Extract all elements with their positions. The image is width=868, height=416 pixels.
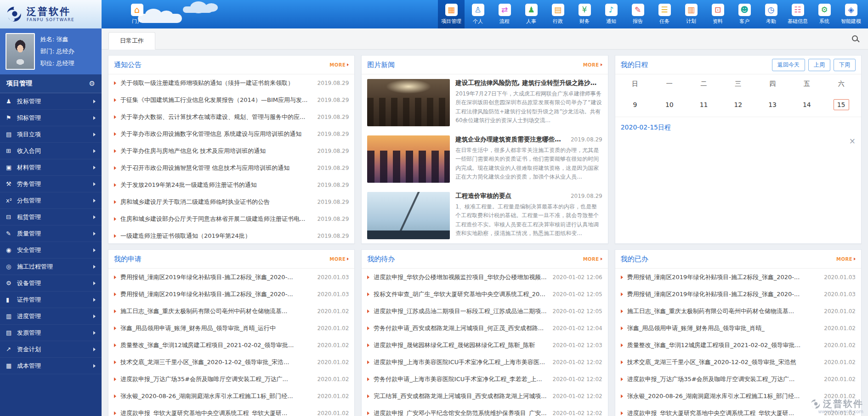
application-row[interactable]: 张永银_2020-08-26_湖南洞庭湖水库引水工程施工1标_部门经... 20… xyxy=(108,388,354,405)
notice-row[interactable]: 一级建造师注册证书领取通知（2019年第24批） 2019.08.29 xyxy=(108,227,354,244)
next-week-button[interactable]: 下周 xyxy=(834,59,856,71)
done-row[interactable]: 费用报销_潼南区2019年绿化补贴项目-施工2标段_张鑫_2020-... 20… xyxy=(615,286,861,303)
sidebar-menu-item[interactable]: ▥ 进度管理 xyxy=(0,308,102,325)
top-nav-item[interactable]: ☰ 任务 xyxy=(651,0,678,28)
top-nav-item[interactable]: ▤ 行政 xyxy=(545,0,571,28)
tab-daily-work[interactable]: 日常工作 xyxy=(108,32,155,50)
application-row[interactable]: 进度款申报_万达广场35#会所及咖啡厅空调安装工程_万达广... 2020.01… xyxy=(108,371,354,388)
sidebar-menu-item[interactable]: ◎ 施工过程管理 xyxy=(0,259,102,275)
top-nav-item[interactable]: ✎ 报告 xyxy=(624,0,651,28)
brand-name: 泛普软件 xyxy=(27,6,74,17)
top-nav-item[interactable]: ♙ 个人 xyxy=(465,0,491,28)
top-nav-item[interactable]: ¥ 财务 xyxy=(571,0,598,28)
top-nav-item[interactable]: ♪ 通知 xyxy=(598,0,624,28)
sidebar-menu-item[interactable]: ↗ 资金计划 xyxy=(0,341,102,358)
top-nav-item[interactable]: ◷ 考勤 xyxy=(758,0,784,28)
previous-week-button[interactable]: 上周 xyxy=(808,59,830,71)
sidebar-menu-item[interactable]: ⊟ 租赁管理 xyxy=(0,209,102,225)
notice-row[interactable]: 关于举办市政公用设施数字化管理信息 系统建设与应用培训班的通知 2019.08.… xyxy=(108,125,354,142)
top-nav-item[interactable]: ☷ 基础信息 xyxy=(784,0,811,28)
done-row[interactable]: 费用报销_潼南区2019年绿化补贴项目-施工2标段_张鑫_2020-... 20… xyxy=(615,269,861,286)
todo-row[interactable]: 进度款申报_广安邓小平纪念馆安全防范系统维护保养项目_广安... 2020-01… xyxy=(362,405,607,416)
application-row[interactable]: 进度款申报_华软大厦研究基地中央空调系统工程_华软大厦研... 2020.01.… xyxy=(108,405,354,416)
notice-row[interactable]: 关于领取一级注册建造师增项贴的通知（须持一建证书前来领取） 2019.08.29 xyxy=(108,74,354,91)
date-cell[interactable]: 12 xyxy=(721,95,755,115)
date-cell[interactable]: 10 xyxy=(652,95,686,115)
todo-row[interactable]: 劳务付款申请_西安成都路龙湖上河城项目_何正茂_西安成都路... 2020-01… xyxy=(362,320,607,337)
date-cell[interactable]: 13 xyxy=(755,95,790,115)
done-row[interactable]: 质量整改_张鑫_华润12城房建工程项目_2021-02-02_领导审批... 2… xyxy=(615,337,861,354)
gear-icon[interactable]: ⚙ xyxy=(89,79,95,88)
todo-row[interactable]: 投标文件审查_胡广生_华软大厦研究基地中央空调系统工程_20... 2020-0… xyxy=(362,286,607,303)
todo-row[interactable]: 进度款申报_华软办公楼增加视频监控项目_华软办公楼增加视频... 2020-01… xyxy=(362,269,607,286)
top-nav-item[interactable]: ♟ 人事 xyxy=(518,0,545,28)
sidebar-menu-item[interactable]: ⚙ 设备管理 xyxy=(0,275,102,292)
sidebar-menu-item[interactable]: ▮ 证件管理 xyxy=(0,292,102,308)
top-nav-item[interactable]: ◈ 智能建模 xyxy=(838,0,864,28)
sidebar-menu-item[interactable]: ▣ 材料管理 xyxy=(0,159,102,176)
todo-row[interactable]: 完工结算_西安成都路龙湖上河城项目_西安成都路龙湖上河城项... 2020-01… xyxy=(362,388,607,405)
sidebar-menu-item[interactable]: ◉ 安全管理 xyxy=(0,242,102,259)
done-text: 质量整改_张鑫_华润12城房建工程项目_2021-02-02_领导审批... xyxy=(627,341,820,349)
sidebar-menu-item[interactable]: ⚑ 招标管理 xyxy=(0,110,102,126)
done-row[interactable]: 施工日志_张鑫_重庆太极制药有限公司亳州中药材仓储物流基... 2020.01.… xyxy=(615,303,861,320)
sidebar-menu-item[interactable]: ▦ 成本管理 xyxy=(0,358,102,374)
news-item[interactable]: 建设工程法律风险防范, 建筑行业转型升级之路沙龙活动 2019年7月27日下午，… xyxy=(362,74,607,131)
done-row[interactable]: 进度款申报_万达广场35#会所及咖啡厅空调安装工程_万达广... 2020.01… xyxy=(615,371,861,388)
notice-row[interactable]: 关于发放2019年第24批一级建造师注册证书的通知 2019.08.29 xyxy=(108,176,354,193)
done-row[interactable]: 张鑫_用品领用申请_账簿_财务用品_领导审批_肖晴_ 2020.01.02 xyxy=(615,320,861,337)
notice-row[interactable]: 住房和城乡建设部办公厅关于同意吉林省开展二级建造师注册证书电... 2019.0… xyxy=(108,210,354,227)
notice-row[interactable]: 关于举办大数据、云计算技术在城市建设、规划、管理与服务中的应... 2019.0… xyxy=(108,108,354,125)
top-nav-item[interactable]: ⇄ 流程 xyxy=(491,0,518,28)
todo-row[interactable]: 进度款申报_江苏成品油二期项目一标段工程_江苏成品油二期项... 2020-01… xyxy=(362,303,607,320)
application-row[interactable]: 费用报销_潼南区2019年绿化补贴项目-施工2标段_张鑫_2020-... 20… xyxy=(108,286,354,303)
top-nav-item[interactable]: ⊡ 资料 xyxy=(704,0,731,28)
todo-row[interactable]: 进度款申报_晟铭园林绿化工程_晟铭园林绿化工程_陈靳_陈靳 2020-01-02… xyxy=(362,337,607,354)
application-row[interactable]: 施工日志_张鑫_重庆太极制药有限公司亳州中药材仓储物流基... 2020.01.… xyxy=(108,303,354,320)
todos-more-button[interactable]: MORE xyxy=(583,257,602,262)
notice-row[interactable]: 房和城乡建设厅关于取消二级建造师临时执业证书的公告 2019.08.29 xyxy=(108,193,354,210)
done-row[interactable]: 进度款申报_华软大厦研究基地中央空调系统工程_华软大厦研... 2020.01.… xyxy=(615,405,861,416)
sidebar-menu-item[interactable]: ⚒ 劳务管理 xyxy=(0,176,102,192)
done-row[interactable]: 张永银_2020-08-26_湖南洞庭湖水库引水工程施工1标_部门经... 20… xyxy=(615,388,861,405)
done-more-button[interactable]: MORE xyxy=(836,257,856,262)
search-icon[interactable] xyxy=(852,35,858,41)
done-row[interactable]: 技术交底_龙湖三千里小区_张鑫_2020-12-02_领导审批_宋浩然 2020… xyxy=(615,354,861,371)
todo-row[interactable]: 劳务付款申请_上海市美容医院ICU手术室净化工程_李若若_上... 2020-0… xyxy=(362,371,607,388)
back-to-today-button[interactable]: 返回今天 xyxy=(772,59,805,71)
bullet-arrow-icon xyxy=(114,183,116,187)
chevron-right-icon xyxy=(93,116,96,120)
news-item[interactable]: 建筑企业办理建筑资质需要注意哪些细节 2019.08.29 在日常生活中，很多人… xyxy=(362,131,607,187)
top-nav-item[interactable]: ⚙ 系统 xyxy=(811,0,838,28)
top-nav-item[interactable]: ▦ 项目管理 xyxy=(438,0,465,28)
date-cell[interactable]: 11 xyxy=(686,95,721,115)
application-row[interactable]: 费用报销_潼南区2019年绿化补贴项目-施工2标段_张鑫_2020-... 20… xyxy=(108,269,354,286)
applications-more-button[interactable]: MORE xyxy=(329,257,349,262)
date-cell[interactable]: 15 xyxy=(824,95,858,115)
date-cell[interactable]: 14 xyxy=(789,95,824,115)
sidebar-menu-item[interactable]: x² 分包管理 xyxy=(0,192,102,209)
news-image xyxy=(367,79,450,126)
news-item[interactable]: 工程造价审核的要点 2019.08.29 1、核准工程量。工程量是编制决算最基本… xyxy=(362,187,607,244)
notice-row[interactable]: 于征集《中国建筑施工行业信息化发展报告（2014）—BIM应用与发... 201… xyxy=(108,91,354,108)
sidebar-menu-item[interactable]: ⊞ 收入合同 xyxy=(0,143,102,159)
news-more-button[interactable]: MORE xyxy=(583,62,602,67)
sidebar-menu-item[interactable]: ✎ 质量管理 xyxy=(0,225,102,242)
application-row[interactable]: 质量整改_张鑫_华润12城房建工程项目_2021-02-02_领导审批... 2… xyxy=(108,337,354,354)
close-icon[interactable]: × xyxy=(849,137,856,145)
bullet-arrow-icon xyxy=(367,292,369,296)
todo-row[interactable]: 进度款申报_上海市美容医院ICU手术室净化工程_上海市美容医... 2020-0… xyxy=(362,354,607,371)
application-row[interactable]: 技术交底_龙湖三千里小区_张鑫_2020-12-02_领导审批_宋浩... 20… xyxy=(108,354,354,371)
notice-row[interactable]: 关于举办住房与房地产信息化 技术及应用培训班的通知 2019.08.29 xyxy=(108,142,354,159)
date-cell[interactable]: 9 xyxy=(618,95,652,115)
sidebar-menu-item[interactable]: ▤ 项目立项 xyxy=(0,126,102,143)
application-row[interactable]: 张鑫_用品领用申请_账簿_财务用品_领导审批_肖晴_运行中 2020.01.02 xyxy=(108,320,354,337)
done-text: 张鑫_用品领用申请_账簿_财务用品_领导审批_肖晴_ xyxy=(627,324,820,332)
sidebar-menu-item[interactable]: ▤ 发票管理 xyxy=(0,325,102,341)
notice-row[interactable]: 关于召开市政公用设施智慧化管理 信息技术与应用培训班的通知 2019.08.29 xyxy=(108,159,354,176)
notices-more-button[interactable]: MORE xyxy=(329,62,349,67)
top-nav-portal[interactable]: ⌂ 门户 xyxy=(124,0,150,28)
top-nav-item[interactable]: ☻ 客户 xyxy=(731,0,758,28)
top-nav-item[interactable]: ▥ 计划 xyxy=(678,0,704,28)
sidebar-menu-item[interactable]: ♟ 投标管理 xyxy=(0,93,102,110)
